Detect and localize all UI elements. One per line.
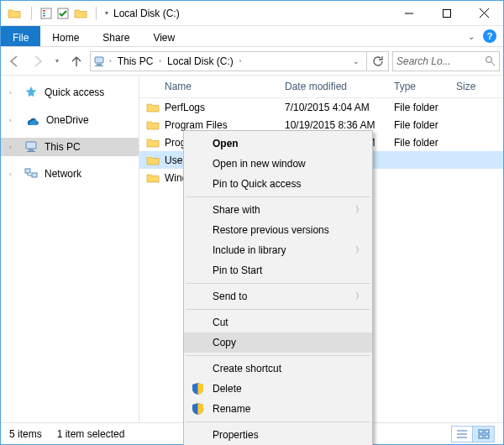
column-name[interactable]: Name bbox=[139, 76, 278, 97]
shield-icon bbox=[191, 402, 204, 416]
refresh-button[interactable] bbox=[366, 51, 386, 71]
context-menu-separator bbox=[186, 196, 370, 197]
context-menu-item[interactable]: Create shortcut bbox=[184, 359, 372, 379]
nav-onedrive[interactable]: › OneDrive bbox=[1, 111, 139, 129]
breadcrumb-seg-1[interactable]: Local Disk (C:) bbox=[165, 55, 236, 67]
svg-rect-17 bbox=[25, 169, 30, 173]
file-type: File folder bbox=[387, 119, 449, 131]
context-menu-separator bbox=[186, 283, 370, 284]
context-menu-item[interactable]: Pin to Quick access bbox=[184, 174, 372, 194]
breadcrumb[interactable]: › This PC › Local Disk (C:) › ⌄ bbox=[90, 51, 389, 71]
context-menu-separator bbox=[186, 355, 370, 356]
context-menu-label: Include in library bbox=[213, 244, 286, 256]
chevron-right-icon[interactable]: › bbox=[9, 170, 12, 178]
file-name: PerfLogs bbox=[165, 102, 205, 113]
title-bar: ▾ Local Disk (C:) bbox=[1, 1, 503, 26]
column-type[interactable]: Type bbox=[387, 76, 449, 97]
svg-rect-1 bbox=[43, 10, 45, 12]
context-menu-label: Send to bbox=[213, 291, 247, 302]
tab-file[interactable]: File bbox=[1, 26, 40, 46]
search-input[interactable]: Search Lo... bbox=[392, 51, 500, 71]
view-details-button[interactable] bbox=[451, 426, 473, 442]
nav-network[interactable]: › Network bbox=[1, 165, 139, 183]
chevron-right-icon[interactable]: › bbox=[9, 89, 12, 97]
context-menu-label: Cut bbox=[213, 317, 228, 328]
qat-new-folder-icon[interactable] bbox=[74, 8, 87, 18]
context-menu-item[interactable]: Include in library〉 bbox=[184, 240, 372, 260]
svg-line-13 bbox=[491, 62, 495, 65]
nav-forward-button[interactable] bbox=[28, 51, 48, 71]
chevron-right-icon: 〉 bbox=[355, 291, 364, 302]
context-menu-item[interactable]: Open bbox=[184, 134, 372, 154]
breadcrumb-seg-0[interactable]: This PC bbox=[115, 55, 156, 67]
svg-rect-0 bbox=[41, 8, 51, 18]
svg-rect-9 bbox=[95, 57, 103, 63]
context-menu-item[interactable]: Copy bbox=[184, 332, 372, 353]
context-menu-separator bbox=[186, 309, 370, 310]
nav-recent-dropdown[interactable]: ▾ bbox=[51, 51, 63, 71]
maximize-button[interactable] bbox=[428, 1, 465, 25]
context-menu-item[interactable]: Properties bbox=[184, 425, 372, 445]
view-icons-button[interactable] bbox=[473, 426, 495, 442]
folder-icon bbox=[146, 119, 160, 130]
file-row[interactable]: PerfLogs7/10/2015 4:04 AMFile folder bbox=[139, 98, 503, 116]
svg-rect-11 bbox=[95, 65, 103, 66]
context-menu-item[interactable]: Share with〉 bbox=[184, 200, 372, 220]
folder-icon bbox=[146, 137, 160, 148]
tab-share[interactable]: Share bbox=[91, 26, 141, 46]
svg-rect-22 bbox=[479, 430, 483, 433]
context-menu-label: Rename bbox=[213, 403, 250, 415]
onedrive-icon bbox=[24, 115, 39, 125]
svg-rect-15 bbox=[29, 149, 34, 151]
folder-icon bbox=[146, 102, 160, 113]
svg-rect-23 bbox=[485, 430, 489, 433]
nav-label: This PC bbox=[45, 141, 81, 153]
column-size[interactable]: Size bbox=[449, 76, 503, 97]
ribbon-tabs: File Home Share View ⌄ ? bbox=[1, 26, 503, 47]
nav-back-button[interactable] bbox=[4, 51, 24, 71]
address-dropdown-icon[interactable]: ⌄ bbox=[348, 57, 365, 65]
ribbon-expand-icon[interactable]: ⌄ bbox=[468, 32, 475, 41]
chevron-right-icon[interactable]: › bbox=[157, 57, 163, 65]
context-menu-label: Open bbox=[213, 138, 239, 149]
chevron-right-icon[interactable]: › bbox=[9, 117, 12, 124]
tab-home[interactable]: Home bbox=[40, 26, 91, 46]
help-icon[interactable]: ? bbox=[483, 29, 496, 43]
chevron-right-icon: 〉 bbox=[355, 204, 364, 216]
context-menu-item[interactable]: Cut bbox=[184, 312, 372, 332]
close-button[interactable] bbox=[465, 1, 503, 25]
context-menu-item[interactable]: Restore previous versions bbox=[184, 220, 372, 240]
context-menu-separator bbox=[186, 421, 370, 422]
nav-label: Network bbox=[45, 168, 81, 180]
svg-rect-10 bbox=[97, 64, 102, 65]
nav-this-pc[interactable]: › This PC bbox=[1, 138, 139, 156]
context-menu-item[interactable]: Send to〉 bbox=[184, 286, 372, 306]
context-menu-item[interactable]: Open in new window bbox=[184, 154, 372, 174]
nav-quick-access[interactable]: › Quick access bbox=[1, 82, 139, 102]
context-menu-item[interactable]: Rename bbox=[184, 399, 372, 419]
nav-label: OneDrive bbox=[46, 114, 89, 126]
search-icon bbox=[485, 55, 496, 66]
chevron-right-icon: 〉 bbox=[355, 244, 364, 256]
context-menu-label: Create shortcut bbox=[213, 363, 281, 374]
qat-check-icon[interactable] bbox=[57, 8, 69, 19]
context-menu-label: Pin to Quick access bbox=[213, 178, 301, 190]
star-icon bbox=[24, 86, 38, 99]
nav-label: Quick access bbox=[45, 86, 104, 98]
nav-up-button[interactable] bbox=[66, 51, 87, 71]
quick-access-toolbar: ▾ bbox=[28, 7, 108, 20]
chevron-right-icon[interactable]: › bbox=[238, 57, 244, 65]
qat-properties-icon[interactable] bbox=[40, 8, 52, 19]
context-menu-item[interactable]: Pin to Start bbox=[184, 260, 372, 280]
column-date[interactable]: Date modified bbox=[278, 76, 387, 97]
svg-rect-3 bbox=[43, 15, 45, 17]
file-date: 10/19/2015 8:36 AM bbox=[278, 119, 387, 131]
breadcrumb-root-icon[interactable] bbox=[92, 55, 106, 67]
context-menu-item[interactable]: Delete bbox=[184, 379, 372, 399]
tab-view[interactable]: View bbox=[141, 26, 186, 46]
context-menu-label: Copy bbox=[213, 337, 236, 348]
chevron-right-icon[interactable]: › bbox=[108, 57, 113, 65]
minimize-button[interactable] bbox=[390, 1, 428, 25]
status-count: 5 items bbox=[9, 428, 42, 440]
chevron-right-icon[interactable]: › bbox=[9, 144, 12, 151]
